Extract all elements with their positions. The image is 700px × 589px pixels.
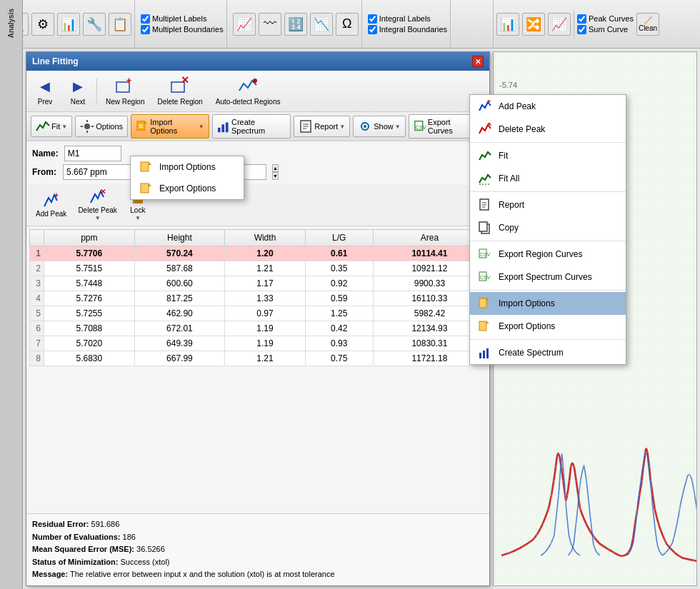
import-options-menu-icon bbox=[139, 160, 154, 174]
cm-create-spectrum[interactable]: Create Spectrum bbox=[470, 341, 626, 364]
ribbon-right-icon-3[interactable]: 📈 bbox=[548, 13, 571, 36]
add-peak-icon: + bbox=[43, 192, 60, 209]
clean-button[interactable]: 🧹 Clean bbox=[636, 13, 659, 36]
integral-labels-check[interactable]: Integral Labels bbox=[368, 14, 447, 24]
ribbon-icon-5[interactable]: 📋 bbox=[109, 13, 131, 36]
ribbon-icon-3[interactable]: 📊 bbox=[57, 13, 80, 36]
ribbon-right-icon-2[interactable]: 🔀 bbox=[522, 13, 545, 36]
table-cell-width: 1.19 bbox=[225, 321, 305, 336]
cm-copy-icon bbox=[477, 220, 493, 236]
ribbon-multiplet-icon-3[interactable]: 🔢 bbox=[284, 13, 307, 36]
cm-export-region-curves[interactable]: CSV Export Region Curves bbox=[470, 243, 626, 266]
table-cell-num: 2 bbox=[30, 261, 44, 276]
ribbon-multiplet-icon-4[interactable]: 📉 bbox=[310, 13, 333, 36]
ribbon-multiplet-icon-1[interactable]: 📈 bbox=[233, 13, 256, 36]
ribbon-icon-4[interactable]: 🔧 bbox=[83, 13, 106, 36]
cm-create-spectrum-icon bbox=[477, 345, 493, 361]
multiplet-boundaries-check[interactable]: Multiplet Boundaries bbox=[141, 25, 224, 34]
import-options-icon bbox=[136, 119, 149, 134]
cm-delete-peak[interactable]: ✕ Delete Peak bbox=[470, 118, 626, 141]
table-row[interactable]: 55.7255462.900.971.255982.42 bbox=[30, 306, 486, 321]
table-cell-width: 0.97 bbox=[225, 306, 305, 321]
ribbon-multiplet-icon-2[interactable]: 〰 bbox=[259, 13, 281, 36]
to-up-arrow[interactable]: ▲ bbox=[272, 164, 279, 172]
cm-fit-all[interactable]: Fit All bbox=[470, 167, 626, 190]
import-options-dropdown-btn[interactable]: Import Options ▼ bbox=[131, 114, 209, 139]
new-region-icon: + bbox=[115, 76, 135, 96]
table-row[interactable]: 45.7276817.251.330.5916110.33 bbox=[30, 291, 486, 306]
status-message: Message: The relative error between inpu… bbox=[32, 568, 484, 581]
table-row[interactable]: 75.7020649.391.190.9310830.31 bbox=[30, 336, 486, 351]
delete-region-button[interactable]: ✕ Delete Region bbox=[153, 74, 206, 109]
table-cell-lg: 0.59 bbox=[305, 291, 373, 306]
sum-curve-check[interactable]: Sum Curve bbox=[577, 25, 634, 34]
cm-copy[interactable]: Copy bbox=[470, 216, 626, 239]
name-input[interactable] bbox=[64, 146, 121, 161]
svg-rect-25 bbox=[141, 162, 149, 171]
table-row[interactable]: 35.7448600.601.170.929900.33 bbox=[30, 276, 486, 291]
next-button[interactable]: ▶ Next bbox=[64, 74, 92, 109]
lf-content: ◀ Prev ▶ Next + New Region bbox=[26, 71, 489, 585]
table-cell-height: 570.24 bbox=[134, 246, 225, 261]
cm-add-peak-icon: + bbox=[477, 99, 493, 114]
svg-text:CSV: CSV bbox=[415, 124, 426, 131]
delete-peak-button[interactable]: ✕ Delete Peak ▼ bbox=[74, 186, 120, 223]
table-cell-width: 1.17 bbox=[225, 276, 305, 291]
table-cell-width: 1.21 bbox=[225, 351, 305, 366]
table-row[interactable]: 15.7706570.241.200.6110114.41 bbox=[30, 246, 486, 261]
fit-dropdown-arrow: ▼ bbox=[61, 124, 67, 130]
cm-add-peak[interactable]: + Add Peak bbox=[470, 95, 626, 118]
peak-curves-check[interactable]: Peak Curves bbox=[577, 14, 634, 24]
window-close-button[interactable]: ✕ bbox=[472, 56, 484, 67]
table-cell-width: 1.19 bbox=[225, 336, 305, 351]
cm-export-spectrum-curves[interactable]: CSV Export Spectrum Curves bbox=[470, 266, 626, 288]
menu-item-import-options[interactable]: Import Options bbox=[131, 156, 244, 178]
cm-fit[interactable]: Fit bbox=[470, 144, 626, 167]
new-region-button[interactable]: + New Region bbox=[101, 74, 149, 109]
lf-toolbar-1: ◀ Prev ▶ Next + New Region bbox=[26, 71, 489, 112]
ribbon-right-icon-1[interactable]: 📊 bbox=[496, 13, 519, 36]
table-cell-height: 600.60 bbox=[134, 276, 225, 291]
table-cell-num: 1 bbox=[30, 246, 44, 261]
ribbon-icon-2[interactable]: ⚙ bbox=[31, 13, 54, 36]
table-row[interactable]: 85.6830667.991.210.7511721.18 bbox=[30, 351, 486, 366]
show-dropdown[interactable]: Show ▼ bbox=[353, 116, 405, 137]
options-dropdown[interactable]: Options bbox=[75, 116, 128, 137]
fit-dropdown[interactable]: Fit ▼ bbox=[31, 116, 72, 137]
add-peak-button[interactable]: + Add Peak bbox=[32, 190, 70, 220]
table-cell-lg: 0.61 bbox=[305, 246, 373, 261]
from-label: From: bbox=[32, 167, 57, 177]
fit-icon bbox=[36, 119, 50, 134]
cm-report-icon bbox=[477, 197, 493, 213]
menu-item-export-options[interactable]: Export Options bbox=[131, 178, 244, 199]
cm-export-options[interactable]: Export Options bbox=[470, 315, 626, 338]
svg-rect-15 bbox=[221, 124, 224, 132]
report-icon bbox=[299, 119, 313, 134]
multiplet-labels-check[interactable]: Multiplet Labels bbox=[141, 14, 224, 24]
prev-button[interactable]: ◀ Prev bbox=[31, 74, 59, 109]
table-row[interactable]: 65.7088672.011.190.4212134.93 bbox=[30, 321, 486, 336]
ribbon-multiplet-icon-5[interactable]: Ω bbox=[336, 13, 359, 36]
name-row: Name: bbox=[32, 146, 484, 161]
cm-report[interactable]: Report bbox=[470, 193, 626, 216]
svg-text:+: + bbox=[487, 100, 491, 105]
svg-rect-40 bbox=[479, 222, 487, 231]
integral-boundaries-check[interactable]: Integral Boundaries bbox=[368, 25, 447, 34]
cm-export-spectrum-icon: CSV bbox=[477, 269, 493, 285]
delete-region-icon: ✕ bbox=[170, 76, 190, 96]
table-row[interactable]: 25.7515587.681.210.3510921.12 bbox=[30, 261, 486, 276]
col-header-lg: L/G bbox=[305, 230, 373, 246]
lock-arrow: ▼ bbox=[135, 215, 141, 221]
auto-detect-button[interactable]: Auto-detect Regions bbox=[211, 74, 285, 109]
to-spinner[interactable]: ▲ ▼ bbox=[272, 164, 279, 180]
ribbon-icons-2: 📈 〰 🔢 📉 Ω bbox=[230, 0, 362, 48]
cm-import-options-icon bbox=[477, 296, 493, 311]
to-down-arrow[interactable]: ▼ bbox=[272, 172, 279, 180]
create-spectrum-btn[interactable]: Create Spectrum bbox=[212, 114, 291, 139]
cm-import-options[interactable]: Import Options bbox=[470, 292, 626, 315]
lf-fields: Name: From: ▲ ▼ To: ▲ ▼ bbox=[26, 141, 489, 184]
table-cell-height: 587.68 bbox=[134, 261, 225, 276]
report-dropdown[interactable]: Report ▼ bbox=[294, 116, 350, 137]
svg-rect-51 bbox=[486, 348, 489, 358]
table-header-row: ppm Height Width L/G Area bbox=[30, 230, 486, 246]
